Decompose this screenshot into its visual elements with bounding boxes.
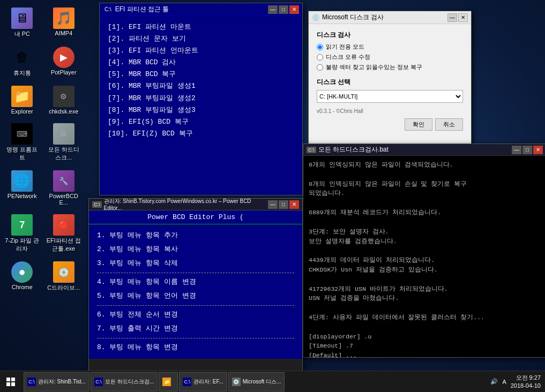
disk-option-fix[interactable]: 디스크 오류 수정 [317,53,463,61]
desktop-icon-penetwork[interactable]: 🌐 PENetwork [3,168,42,208]
bat-line-8: 3단계: 보안 설명자 검사. [309,227,541,237]
chkdsk-label: chkdsk.exe [49,108,78,115]
bcd-menu-divider-3 [97,338,294,338]
disk-option-recover[interactable]: 불량 섹터 찾고 읽을수있는 정보 복구 [317,63,463,71]
taskbar-item-bcd-admin[interactable]: C:\ 관리자: ShinB.Tist... [24,372,89,391]
disk-option-fix-radio[interactable] [317,54,323,61]
desktop-icon-chrome[interactable]: ● Chrome [3,259,42,294]
efi-menu-item-9: [9]. EFI(S) BCD 복구 [108,116,294,128]
efi-menu-item-1: [1]. EFI 파티션 마운트 [108,21,294,33]
aimp-label: AIMP4 [55,30,72,36]
bat-minimize-button[interactable]: — [512,146,521,154]
desktop-icon-cmd[interactable]: ⌨ 명령 프롬프트 [3,121,42,164]
bat-line-19: [displayorder] .u [309,332,541,342]
taskbar-item-efi-admin[interactable]: C:\ 관리자: EF... [179,372,227,391]
desktop-icon-hdd-bat[interactable]: ⚙ 모든 하드디스크... [44,121,84,164]
efi-menu-item-2: [2]. 파티션 문자 보기 [108,33,294,45]
desktop-icon-my-pc[interactable]: 🖥 내 PC [3,5,42,40]
bcd-header: Power BCD Editor Plus ( [89,210,302,224]
disk-drive-select[interactable]: C: [HK-MULTI] [317,90,463,103]
bcd-close-button[interactable]: ✕ [289,200,299,209]
disk-option-readonly[interactable]: 읽기 전용 모드 [317,43,463,51]
7zip-label: 7-Zip 파일 관리자 [5,237,40,253]
efi-menu-item-6: [6]. MBR 부팅파일 생성1 [108,80,294,92]
desktop-icon-powerbcd[interactable]: 🔧 PowerBCDE... [44,168,84,208]
bcd-menu-divider-2 [97,305,294,306]
desktop-icon-explorer[interactable]: 📁 Explorer [3,84,42,117]
bat-line-6: 6889개의 재분석 레코드가 처리되었습니다. [309,208,541,217]
bcd-maximize-button[interactable]: □ [279,200,288,209]
desktop-icon-aimp[interactable]: 🎵 AIMP4 [44,5,84,40]
hdd-bat-label: 모든 하드디스크... [47,146,81,162]
trash-icon: 🗑 [11,47,33,68]
disk-close-button[interactable]: ✕ [458,13,468,22]
taskbar-item-label-1: 관리자: ShinB.Tist... [38,378,86,386]
efi-titlebar: C:\ EFI 파티션 접근 툴 — □ ✕ [100,3,302,16]
disk-content: 디스크 검사 읽기 전용 모드 디스크 오류 수정 불량 섹터 찾고 읽을수있는… [309,24,471,137]
bat-titlebar: C:\ 모든 하드디스크검사.bat — □ ✕ [303,144,545,156]
desktop-icon-trash[interactable]: 🗑 휴지통 [3,44,42,79]
disk-ok-button[interactable]: 확인 [405,118,432,131]
taskbar-cmd-icon-3: C:\ [183,378,191,386]
disk-minimize-button[interactable]: — [447,13,457,22]
desktop-icon-potplayer[interactable]: ▶ PotPlayer [44,44,84,79]
efi-maximize-button[interactable]: □ [279,5,288,14]
penetwork-label: PENetwork [8,193,37,199]
bat-line-3: 0개의 인덱싱되지 않은 파일이 손실 및 찾기로 복구 [309,179,541,189]
disk-check-section-title: 디스크 검사 [317,31,463,40]
efi-tool-icon: 🔴 [53,214,74,236]
efi-menu-item-3: [3]. EFI 파티션 언마운트 [108,45,294,57]
efi-menu-item-5: [5]. MBR BCD 복구 [108,69,294,80]
powerbcd-icon: 🔧 [53,170,74,192]
power-bcd-editor-window: C:\ 관리자: ShinB.Tistory.com PowerWindows.… [88,198,303,391]
cmd-label: 명령 프롬프트 [5,146,40,162]
bat-line-14: 41729632개의 USN 바이트가 처리되었습니다. [309,284,541,294]
desktop-icon-7zip[interactable]: 7 7-Zip 파일 관리자 [3,212,42,255]
disk-options-group: 읽기 전용 모드 디스크 오류 수정 불량 섹터 찾고 읽을수있는 정보 복구 [317,43,463,71]
bcd-menu-item-3: 3. 부팅 메뉴 항목 삭제 [97,257,294,270]
penetwork-icon: 🌐 [11,170,33,192]
taskbar-right-area: 🔊 A 오전 9:27 2018-04-10 [486,374,545,389]
efi-minimize-button[interactable]: — [268,5,278,14]
bat-close-button[interactable]: ✕ [533,146,543,154]
efi-menu-item-8: [8]. MBR 부팅파일 생성3 [108,104,294,116]
efi-window-controls: — □ ✕ [268,5,299,14]
taskbar-item-explorer[interactable]: 📁 [159,372,178,391]
taskbar-folder-icon: 📁 [162,378,171,386]
aimp-icon: 🎵 [53,7,74,29]
start-button[interactable] [0,371,21,393]
bat-line-5 [309,198,541,208]
taskbar-date: 2018-04-10 [511,382,541,389]
chkdsk-icon: ⚙ [53,86,74,107]
bat-line-11: 4439개의 데이터 파일이 처리되었습니다. [309,255,541,265]
desktop-icon-chkdsk[interactable]: ⚙ chkdsk.exe [44,84,84,117]
taskbar: C:\ 관리자: ShinB.Tist... C:\ 모든 하드디스크검... … [0,371,545,392]
desktop-icon-cdrive[interactable]: 💿 C드라이브... [44,259,84,294]
bcd-menu-item-5: 5. 부팅 메뉴 항목 언어 변경 [97,289,294,303]
disk-cancel-button[interactable]: 취소 [435,118,463,131]
taskbar-keyboard-icon: A [502,379,506,385]
taskbar-time: 오전 9:27 [511,374,541,381]
cdrive-label: C드라이브... [47,284,80,292]
efi-partition-window: C:\ EFI 파티션 접근 툴 — □ ✕ [1]. EFI 파티션 마운트 … [99,3,303,195]
bcd-minimize-button[interactable]: — [268,200,278,209]
cmd-icon: ⌨ [11,123,33,145]
taskbar-item-disk[interactable]: 💿 Microsoft 디스... [228,372,285,391]
7zip-icon: 7 [11,214,33,236]
bat-line-2 [309,170,541,179]
efi-menu-item-4: [4]. MBR BCD 검사 [108,57,294,69]
disk-titlebar: 💿 Microsoft 디스크 검사 — ✕ [309,11,471,24]
taskbar-item-hdd-bat[interactable]: C:\ 모든 하드디스크검... [91,372,158,391]
desktop-icon-efi-tool[interactable]: 🔴 EFI파티션 접근툴.exe [44,212,84,255]
disk-option-readonly-radio[interactable] [317,44,323,50]
efi-close-button[interactable]: ✕ [289,5,299,14]
efi-tool-label: EFI파티션 접근툴.exe [47,237,81,253]
bcd-menu-item-4: 4. 부팅 메뉴 항목 이름 변경 [97,275,294,289]
windows-logo-icon [6,377,16,387]
bcd-titlebar: C:\ 관리자: ShinB.Tistory.com PowerWindows.… [89,199,302,210]
chrome-icon: ● [11,261,33,283]
taskbar-clock: 오전 9:27 2018-04-10 [511,374,541,389]
disk-option-recover-radio[interactable] [317,64,323,71]
bcd-title: C:\ 관리자: ShinB.Tistory.com PowerWindows.… [92,198,268,211]
bat-maximize-button[interactable]: □ [522,146,532,154]
